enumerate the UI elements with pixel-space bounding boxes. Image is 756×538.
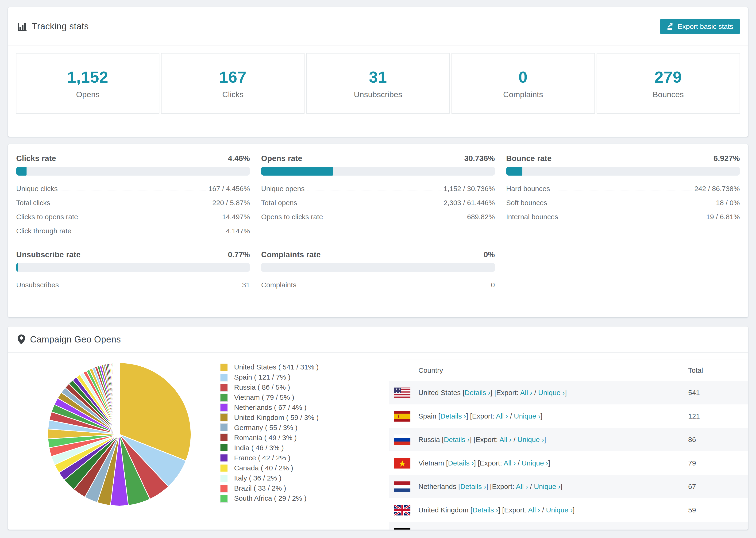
dotted-leader <box>81 219 219 219</box>
dotted-leader <box>74 233 223 233</box>
export-basic-stats-button[interactable]: Export basic stats <box>660 19 740 34</box>
export-all-link-netherlands[interactable]: All › <box>516 483 528 490</box>
summary-stat-clicks: 167Clicks <box>161 53 304 114</box>
export-all-link-united-kingdom[interactable]: All › <box>528 506 540 514</box>
rate-row-internal-bounces: Internal bounces19 / 6.81% <box>506 210 740 224</box>
legend-label: France ( 42 / 2% ) <box>234 454 291 462</box>
export-all-link-germany[interactable]: All › <box>507 529 519 530</box>
geo-content: United States ( 541 / 31% )Spain ( 121 /… <box>8 352 748 530</box>
rate-title: Clicks rate <box>16 154 56 163</box>
export-unique-link-vietnam[interactable]: Unique › <box>522 459 548 467</box>
rate-progress-bar <box>506 167 740 176</box>
export-all-link-vietnam[interactable]: All › <box>504 459 516 467</box>
rate-row-value: 31 <box>242 281 250 289</box>
export-all-link-russia[interactable]: All › <box>499 436 512 443</box>
rates-grid: Clicks rate4.46%Unique clicks167 / 4.456… <box>8 144 748 292</box>
export-all-link-spain[interactable]: All › <box>496 412 508 420</box>
geo-table-row-united-kingdom: United Kingdom [Details ›] [Export: All … <box>389 498 748 522</box>
stat-label: Unsubscribes <box>354 90 402 99</box>
legend-label: Romania ( 49 / 3% ) <box>234 434 297 442</box>
rate-row-click-through-rate: Click through rate4.147% <box>16 224 250 238</box>
export-unique-link-germany[interactable]: Unique › <box>525 529 552 530</box>
stat-value: 279 <box>655 68 682 86</box>
rate-progress-fill <box>506 167 522 176</box>
summary-stat-complaints: 0Complaints <box>452 53 595 114</box>
geo-total-cell: 86 <box>688 436 748 444</box>
dotted-leader <box>550 205 713 205</box>
rate-group-clicks-rate: Clicks rate4.46%Unique clicks167 / 4.456… <box>16 154 250 238</box>
stat-value: 1,152 <box>67 68 108 86</box>
legend-item-russia: Russia ( 86 / 5% ) <box>220 382 319 392</box>
geo-total-cell: 121 <box>688 412 748 420</box>
stat-label: Clicks <box>222 90 244 99</box>
rate-row-value: 14.497% <box>222 213 250 221</box>
legend-swatch <box>220 444 228 452</box>
legend-swatch <box>220 434 228 442</box>
rate-title: Complaints rate <box>261 250 321 259</box>
rate-row-label: Soft bounces <box>506 199 547 207</box>
rate-row-label: Opens to clicks rate <box>261 213 323 221</box>
export-unique-link-united-kingdom[interactable]: Unique › <box>546 506 573 514</box>
rate-row-value: 18 / 0% <box>716 199 740 207</box>
summary-stat-bounces: 279Bounces <box>597 53 740 114</box>
rate-row-value: 167 / 4.456% <box>208 185 250 193</box>
geo-header: Campaign Geo Opens <box>8 327 748 352</box>
legend-item-germany: Germany ( 55 / 3% ) <box>220 422 319 433</box>
page-title: Tracking stats <box>32 21 89 31</box>
details-link-russia[interactable]: Details › <box>444 436 469 443</box>
geo-table-row-netherlands: Netherlands [Details ›] [Export: All › /… <box>389 475 748 498</box>
rate-row-opens-to-clicks-rate: Opens to clicks rate689.82% <box>261 210 495 224</box>
export-unique-link-spain[interactable]: Unique › <box>514 412 540 420</box>
legend-item-brazil: Brazil ( 33 / 2% ) <box>220 483 319 493</box>
details-link-vietnam[interactable]: Details › <box>448 459 474 467</box>
export-unique-link-russia[interactable]: Unique › <box>517 436 544 443</box>
legend-item-united-kingdom: United Kingdom ( 59 / 3% ) <box>220 412 319 422</box>
legend-swatch <box>220 373 228 381</box>
rate-progress-fill <box>16 263 18 272</box>
legend-label: Spain ( 121 / 7% ) <box>234 373 291 381</box>
map-pin-icon <box>17 334 26 345</box>
legend-swatch <box>220 494 228 503</box>
geo-total-cell: 541 <box>688 389 748 397</box>
legend-item-france: France ( 42 / 2% ) <box>220 453 319 463</box>
legend-label: Italy ( 36 / 2% ) <box>234 474 282 482</box>
stat-label: Bounces <box>653 90 684 99</box>
rate-row-value: 220 / 5.87% <box>212 199 250 207</box>
pie-legend: United States ( 541 / 31% )Spain ( 121 /… <box>220 362 319 503</box>
export-all-link-united-states[interactable]: All › <box>520 389 532 397</box>
tracking-stats-card: Tracking stats Export basic stats 1,152O… <box>8 7 748 137</box>
details-link-netherlands[interactable]: Details › <box>460 483 486 490</box>
rate-group-complaints-rate: Complaints rate0%Complaints0 <box>261 250 495 292</box>
rate-row-label: Unique clicks <box>16 185 58 193</box>
rate-row-unique-opens: Unique opens1,152 / 30.736% <box>261 182 495 196</box>
legend-item-spain: Spain ( 121 / 7% ) <box>220 372 319 382</box>
legend-item-italy: Italy ( 36 / 2% ) <box>220 473 319 483</box>
stat-label: Complaints <box>503 90 543 99</box>
legend-item-south-africa: South Africa ( 29 / 2% ) <box>220 493 319 503</box>
details-link-germany[interactable]: Details › <box>451 529 477 530</box>
legend-swatch <box>220 413 228 422</box>
dotted-leader <box>62 287 239 287</box>
legend-swatch <box>220 403 228 412</box>
geo-table-row-vietnam: Vietnam [Details ›] [Export: All › / Uni… <box>389 452 748 475</box>
rate-progress-bar <box>16 263 250 272</box>
geo-table-row-germany: Germany [Details ›] [Export: All › / Uni… <box>389 522 748 530</box>
export-unique-link-united-states[interactable]: Unique › <box>538 389 565 397</box>
stat-value: 31 <box>369 68 387 86</box>
legend-swatch <box>220 393 228 402</box>
rate-row-label: Hard bounces <box>506 185 550 193</box>
rate-progress-bar <box>16 167 250 176</box>
rate-row-label: Complaints <box>261 281 296 289</box>
rate-row-unsubscribes: Unsubscribes31 <box>16 278 250 292</box>
legend-label: South Africa ( 29 / 2% ) <box>234 494 306 502</box>
legend-label: United States ( 541 / 31% ) <box>234 363 319 371</box>
dotted-leader <box>53 205 209 205</box>
geo-table-row-united-states: United States [Details ›] [Export: All ›… <box>389 381 748 404</box>
geo-opens-pie-chart[interactable] <box>44 359 195 510</box>
details-link-spain[interactable]: Details › <box>440 412 466 420</box>
export-unique-link-netherlands[interactable]: Unique › <box>534 483 561 490</box>
geo-country-cell: Spain [Details ›] [Export: All › / Uniqu… <box>418 412 688 420</box>
details-link-united-states[interactable]: Details › <box>465 389 490 397</box>
details-link-united-kingdom[interactable]: Details › <box>472 506 498 514</box>
rate-row-unique-clicks: Unique clicks167 / 4.456% <box>16 182 250 196</box>
